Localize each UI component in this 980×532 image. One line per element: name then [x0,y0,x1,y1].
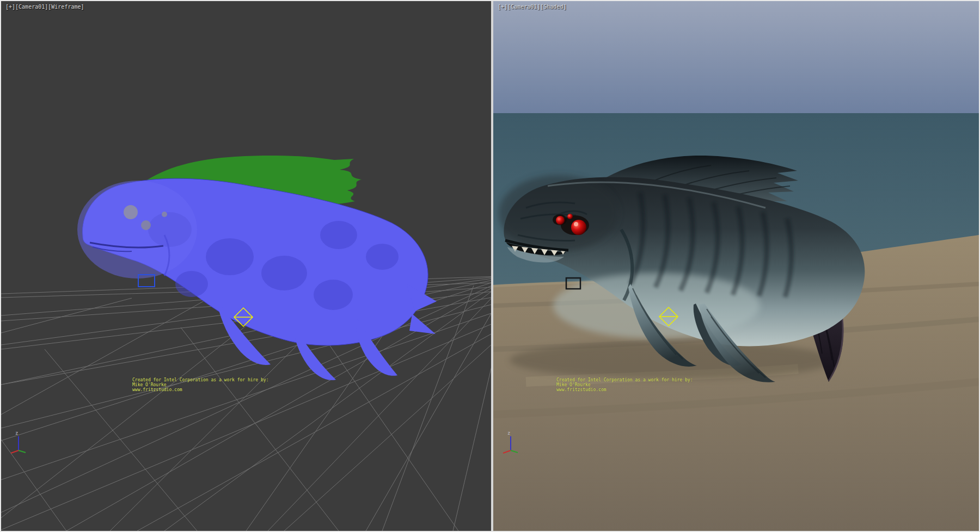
eye-small [567,214,573,219]
y-axis-line [19,450,26,453]
viewport-menu-shading[interactable]: [Shaded] [540,4,566,10]
eye-spot-large [124,205,138,219]
z-axis-label: z [507,430,510,436]
eye-large [571,220,586,235]
viewport-menu-pov[interactable]: [Camera01] [507,4,540,10]
head-highlight [77,181,197,279]
viewport-label: [+][Camera01][Shaded] [498,4,566,10]
viewport-menu-shading[interactable]: [Wireframe] [48,4,84,10]
x-axis-line [503,450,511,453]
world-axis-tripod: z [8,429,32,454]
viewport-menu-general[interactable]: [+] [5,4,15,10]
credit-line-2: Mike O'Rourke [132,382,268,387]
viewport-menu-general[interactable]: [+] [498,4,507,10]
eye-large-glint [574,222,578,226]
world-axis-tripod: z [500,429,524,454]
credit-line-2: Mike O'Rourke [556,382,693,387]
eye-spot-medium [141,220,151,230]
eye-medium [556,216,565,225]
eye-spot-small [162,212,167,217]
viewport-menu-pov[interactable]: [Camera01] [15,4,48,10]
x-axis-line [11,450,19,453]
credit-line-1: Created for Intel Corporation as a work … [132,378,268,382]
credit-line-1: Created for Intel Corporation as a work … [556,378,693,382]
z-axis-label: z [15,430,18,436]
scene-credit-text: Created for Intel Corporation as a work … [132,378,268,392]
viewport-label: [+][Camera01][Wireframe] [5,4,84,10]
y-axis-line [511,450,518,453]
viewport-area: [+][Camera01][Wireframe] Created for Int… [0,0,980,532]
sky [493,1,979,113]
viewport-shaded[interactable]: [+][Camera01][Shaded] Created for Intel … [493,1,979,531]
scene-credit-text: Created for Intel Corporation as a work … [556,378,693,392]
wireframe-scene[interactable] [1,1,491,531]
credit-line-3: www.fritzstudio.com [556,387,693,392]
viewport-wireframe[interactable]: [+][Camera01][Wireframe] Created for Int… [1,1,491,531]
shaded-scene[interactable] [493,1,979,531]
credit-line-3: www.fritzstudio.com [132,387,268,392]
